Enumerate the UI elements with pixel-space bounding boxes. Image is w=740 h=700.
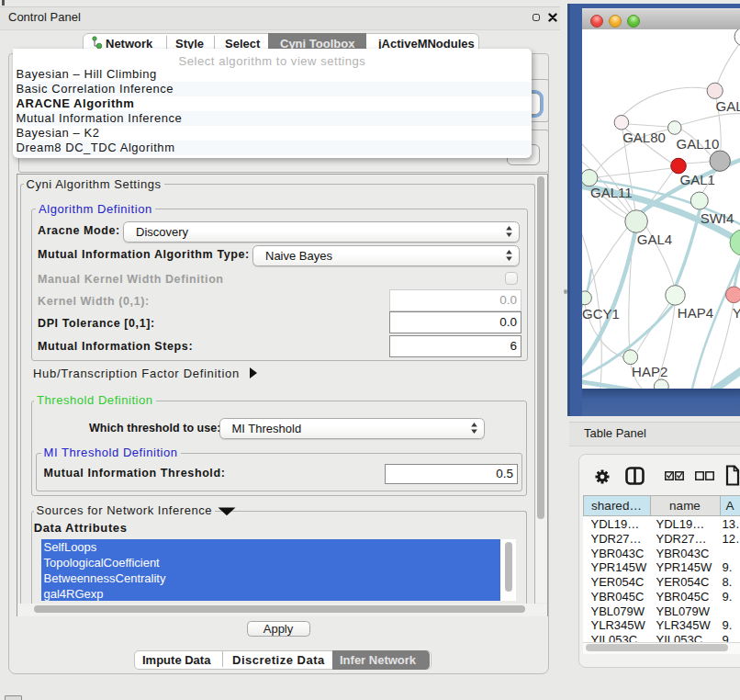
svg-text:GAL4: GAL4: [637, 231, 672, 247]
svg-text:HAP2: HAP2: [632, 364, 667, 379]
svg-text:SWI4: SWI4: [701, 210, 734, 226]
svg-text:GCY1: GCY1: [582, 306, 620, 322]
svg-text:HAP4: HAP4: [678, 305, 713, 321]
svg-text:GAL80: GAL80: [622, 130, 666, 145]
svg-text:GAL2: GAL2: [716, 98, 740, 114]
svg-text:GAL1: GAL1: [680, 172, 715, 187]
svg-text:Y: Y: [733, 305, 740, 321]
svg-text:GAL10: GAL10: [677, 136, 720, 152]
svg-text:GAL11: GAL11: [590, 185, 633, 200]
